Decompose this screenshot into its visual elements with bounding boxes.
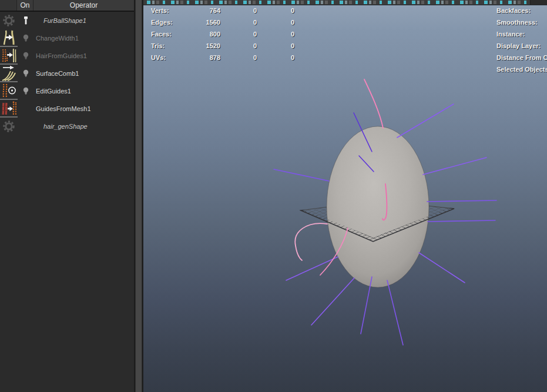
hair-from-guides-icon[interactable] <box>0 47 18 65</box>
operator-stack-panel: On Operator FurBallShape1 <box>0 0 134 392</box>
maya-window: On Operator FurBallShape1 <box>0 0 547 392</box>
gear-icon[interactable] <box>0 118 18 135</box>
operator-row-guidesfrommesh[interactable]: GuidesFromMesh1 <box>0 100 134 118</box>
bulb-toggle-icon[interactable] <box>18 65 34 82</box>
viewport-toolbar[interactable] <box>143 0 547 5</box>
surface-comb-icon[interactable] <box>0 65 18 82</box>
shape-marker-icon[interactable] <box>18 12 34 29</box>
scene-canvas[interactable] <box>143 5 547 392</box>
sidebar-empty-area <box>0 135 134 392</box>
bulb-toggle-icon[interactable] <box>18 82 34 100</box>
operator-row-editguides[interactable]: EditGuides1 <box>0 82 134 100</box>
operator-label: EditGuides1 <box>34 88 134 95</box>
operator-row-surfacecomb[interactable]: SurfaceComb1 <box>0 65 134 82</box>
change-width-icon[interactable] <box>0 29 18 47</box>
operator-label: HairFromGuides1 <box>34 52 134 59</box>
egg-mesh[interactable] <box>327 126 429 287</box>
edit-guides-icon[interactable] <box>0 82 18 100</box>
header-icon-column <box>0 0 17 11</box>
viewport-panel[interactable]: Verts: 764 0 0 Edges: 1560 0 0 Faces: 80… <box>143 0 547 392</box>
operator-row-changewidth[interactable]: ChangeWidth1 <box>0 29 134 47</box>
operator-stack-header: On Operator <box>0 0 134 12</box>
column-header-on: On <box>17 0 33 11</box>
operator-label: GuidesFromMesh1 <box>34 105 134 112</box>
bulb-toggle-empty <box>18 100 34 118</box>
operator-label: ChangeWidth1 <box>34 35 134 42</box>
bulb-toggle-empty <box>18 118 34 135</box>
operator-label: FurBallShape1 <box>34 17 134 24</box>
operator-row-hairgenshape[interactable]: hair_genShape <box>0 118 134 135</box>
guides-from-mesh-icon[interactable] <box>0 100 18 118</box>
bulb-toggle-icon[interactable] <box>18 29 34 47</box>
operator-label: SurfaceComb1 <box>34 70 134 77</box>
operator-label: hair_genShape <box>34 123 134 130</box>
operator-row-hairfromguides[interactable]: HairFromGuides1 <box>0 47 134 65</box>
panel-splitter[interactable] <box>134 0 143 392</box>
bulb-toggle-icon[interactable] <box>18 47 34 65</box>
gear-icon[interactable] <box>0 12 18 29</box>
operator-row-furballshape[interactable]: FurBallShape1 <box>0 12 134 29</box>
column-header-operator: Operator <box>33 0 134 11</box>
